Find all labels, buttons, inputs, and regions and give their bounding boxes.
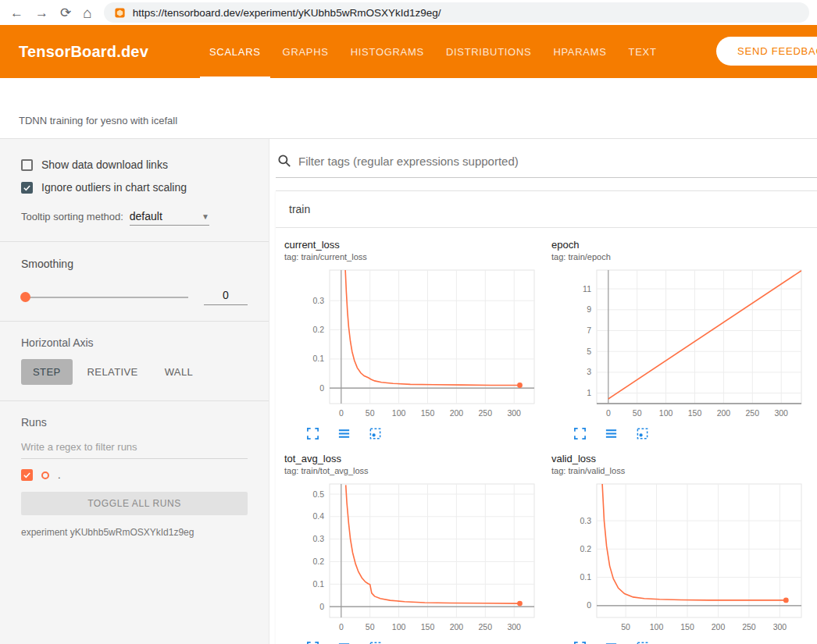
show-download-links-row[interactable]: Show data download links [21, 158, 248, 171]
axis-relative-button[interactable]: RELATIVE [76, 359, 150, 385]
expand-chart-icon[interactable] [306, 641, 319, 644]
tag-group-header[interactable]: train [276, 191, 817, 228]
svg-text:250: 250 [742, 622, 756, 632]
experiment-title: TDNN training for yesno with icefall [19, 115, 177, 126]
svg-text:150: 150 [688, 408, 702, 418]
settings-sidebar: Show data download links Ignore outliers… [0, 139, 269, 644]
tab-text[interactable]: TEXT [618, 25, 668, 78]
reload-icon[interactable]: ⟳ [60, 6, 71, 20]
chevron-down-icon: ▼ [202, 212, 209, 221]
tab-graphs[interactable]: GRAPHS [272, 25, 340, 78]
chart-card-epoch: epoch tag: train/epoch 05010015020025030… [551, 239, 809, 440]
ignore-outliers-checkbox[interactable] [21, 182, 33, 194]
runs-filter-input[interactable] [21, 439, 248, 459]
run-checkbox[interactable] [21, 469, 33, 481]
svg-text:100: 100 [392, 622, 406, 632]
tag-group-card: train current_loss tag: train/current_lo… [276, 190, 817, 644]
tooltip-sorting-value: default [130, 210, 162, 222]
site-favicon [114, 7, 126, 19]
divider [0, 321, 269, 322]
chart-tag: tag: train/valid_loss [551, 466, 809, 475]
axis-wall-button[interactable]: WALL [153, 359, 205, 385]
line-chart-current-loss[interactable]: 05010015020025030000.10.20.3 [284, 266, 542, 425]
runs-label: Runs [21, 416, 248, 429]
svg-text:300: 300 [507, 622, 521, 632]
chart-title: tot_avg_loss [284, 453, 542, 464]
runs-list-icon[interactable] [337, 427, 351, 440]
svg-text:0.1: 0.1 [580, 572, 591, 582]
svg-text:0.1: 0.1 [312, 579, 324, 589]
fit-domain-icon[interactable] [369, 641, 382, 644]
tab-histograms[interactable]: HISTOGRAMS [340, 25, 435, 78]
line-chart-epoch[interactable]: 0501001502002503001357911 [551, 266, 809, 425]
fit-domain-icon[interactable] [369, 427, 382, 440]
runs-list-icon[interactable] [605, 641, 618, 644]
axis-step-button[interactable]: STEP [21, 359, 73, 385]
smoothing-slider-thumb[interactable] [20, 292, 30, 302]
nav-tabs: SCALARS GRAPHS HISTOGRAMS DISTRIBUTIONS … [198, 25, 668, 78]
svg-text:300: 300 [507, 408, 521, 418]
svg-text:0.3: 0.3 [312, 296, 324, 305]
ignore-outliers-row[interactable]: Ignore outliers in chart scaling [21, 181, 248, 194]
svg-text:300: 300 [773, 622, 787, 632]
check-icon [23, 471, 31, 479]
svg-text:11: 11 [583, 284, 591, 294]
smoothing-value-field[interactable]: 0 [204, 289, 248, 305]
check-icon [23, 183, 31, 192]
search-icon [277, 154, 291, 168]
svg-text:250: 250 [746, 408, 760, 418]
svg-text:100: 100 [392, 408, 406, 418]
chart-tag: tag: train/tot_avg_loss [284, 466, 542, 475]
tab-distributions[interactable]: DISTRIBUTIONS [435, 25, 543, 78]
app-header: TensorBoard.dev SCALARS GRAPHS HISTOGRAM… [0, 25, 817, 78]
runs-list-icon[interactable] [337, 641, 351, 644]
expand-chart-icon[interactable] [573, 427, 587, 440]
svg-text:250: 250 [479, 622, 493, 632]
filter-tags-input[interactable] [298, 155, 817, 168]
svg-text:50: 50 [621, 622, 630, 632]
svg-text:200: 200 [712, 622, 726, 632]
svg-text:0.5: 0.5 [312, 489, 324, 499]
svg-text:0.2: 0.2 [580, 544, 591, 553]
svg-text:0.3: 0.3 [312, 534, 324, 543]
fit-domain-icon[interactable] [636, 641, 649, 644]
chart-tag: tag: train/epoch [551, 252, 809, 262]
send-feedback-button[interactable]: SEND FEEDBACK [716, 37, 817, 66]
svg-text:0: 0 [319, 383, 324, 393]
svg-text:200: 200 [717, 408, 731, 418]
svg-text:3: 3 [587, 367, 591, 376]
back-icon[interactable]: ← [10, 6, 23, 20]
svg-text:0: 0 [587, 600, 591, 610]
run-color-icon [41, 471, 49, 479]
expand-chart-icon[interactable] [306, 427, 319, 440]
url-bar[interactable]: https://tensorboard.dev/experiment/yKUbh… [104, 2, 809, 23]
svg-text:150: 150 [421, 408, 435, 418]
svg-text:150: 150 [680, 622, 694, 632]
tooltip-sorting-label: Tooltip sorting method: [21, 211, 123, 222]
run-row[interactable]: . [21, 469, 248, 481]
svg-text:0: 0 [319, 602, 324, 611]
smoothing-label: Smoothing [21, 258, 248, 270]
svg-text:0: 0 [339, 622, 344, 632]
fit-domain-icon[interactable] [636, 427, 649, 440]
svg-text:50: 50 [366, 622, 375, 632]
svg-text:5: 5 [587, 347, 591, 356]
home-icon[interactable]: ⌂ [83, 5, 91, 20]
toggle-all-runs-button[interactable]: TOGGLE ALL RUNS [21, 492, 248, 515]
show-download-links-checkbox[interactable] [21, 159, 33, 171]
smoothing-slider[interactable] [21, 297, 188, 298]
tab-scalars[interactable]: SCALARS [198, 25, 272, 78]
divider [0, 241, 269, 242]
tab-hparams[interactable]: HPARAMS [542, 25, 617, 78]
chart-card-valid-loss: valid_loss tag: train/valid_loss 5010015… [551, 453, 809, 644]
ignore-outliers-label: Ignore outliers in chart scaling [41, 181, 187, 194]
forward-icon[interactable]: → [35, 6, 48, 20]
svg-text:0: 0 [339, 408, 344, 418]
line-chart-valid-loss[interactable]: 5010015020025030000.10.20.3 [551, 480, 809, 639]
runs-list-icon[interactable] [605, 427, 618, 440]
chart-tag: tag: train/current_loss [284, 252, 542, 262]
tooltip-sorting-select[interactable]: default ▼ [130, 210, 209, 226]
chart-title: valid_loss [551, 453, 809, 464]
line-chart-tot-avg-loss[interactable]: 05010015020025030000.10.20.30.40.5 [284, 480, 542, 639]
expand-chart-icon[interactable] [573, 641, 587, 644]
